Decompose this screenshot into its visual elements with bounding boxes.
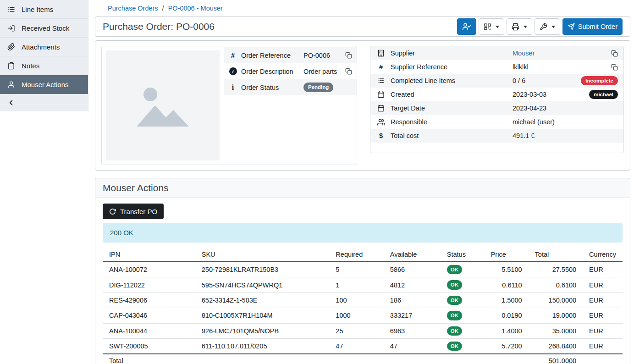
users-icon: [376, 118, 386, 126]
field-label: Supplier: [391, 50, 508, 57]
hash-icon: #: [228, 52, 237, 59]
sidebar-item-label: Received Stock: [22, 24, 69, 32]
supplier-row: Supplier Mouser: [370, 46, 623, 60]
user-permissions-button[interactable]: [457, 18, 476, 35]
breadcrumb-link-purchase-orders[interactable]: Purchase Orders: [108, 5, 158, 12]
refresh-icon: [109, 208, 116, 215]
list-icon: [7, 6, 15, 13]
copy-icon[interactable]: [611, 50, 618, 57]
field-value: PO-0006: [303, 52, 342, 59]
col-sku: SKU: [195, 249, 330, 262]
col-total: Total: [529, 249, 583, 262]
order-reference-row: # Order Reference PO-0006: [224, 47, 357, 63]
field-value: Pending: [303, 83, 352, 92]
field-value: lklklkl: [513, 63, 606, 71]
qr-code-icon: [484, 23, 491, 31]
order-image-placeholder: [106, 50, 220, 160]
print-actions-button[interactable]: [507, 18, 532, 35]
info-icon: i: [228, 83, 237, 92]
sidebar-item-label: Mouser Actions: [22, 81, 69, 88]
info-circle-icon: i: [228, 67, 237, 75]
field-label: Target Date: [391, 105, 508, 112]
responsible-row: Responsible michael (user): [370, 115, 623, 129]
table-row: CAP-043046 810-C1005X7R1H104M 1000 33321…: [103, 308, 623, 323]
user-icon: [7, 81, 15, 88]
app-root: Line Items Received Stock Attachments No…: [0, 0, 634, 364]
sidebar-collapse-button[interactable]: [0, 94, 88, 111]
order-details-section: # Order Reference PO-0006 i Order Descri…: [95, 40, 630, 171]
field-value: 2023-03-03: [513, 91, 584, 98]
wrench-icon: [540, 23, 547, 31]
field-label: Total cost: [391, 132, 508, 139]
table-row: ANA-100044 926-LMC7101QM5/NOPB 25 6963 O…: [103, 323, 623, 338]
order-actions-button[interactable]: [535, 18, 560, 35]
calendar-icon: [376, 91, 386, 98]
page-title: Purchase Order: PO-0006: [103, 21, 215, 32]
user-check-icon: [463, 22, 471, 31]
ok-badge: OK: [447, 265, 462, 274]
sign-in-icon: [7, 24, 15, 32]
col-currency: Currency: [583, 249, 623, 262]
field-value: 491.1 €: [513, 132, 618, 139]
chevron-down-icon: [524, 26, 527, 28]
status-badge: Pending: [303, 83, 333, 92]
field-label: Order Reference: [241, 52, 300, 59]
field-label: Completed Line Items: [391, 77, 508, 84]
line-items-table: IPN SKU Required Available Status Price …: [103, 249, 623, 364]
supplier-link[interactable]: Mouser: [513, 50, 535, 57]
order-description-row: i Order Description Order parts: [224, 63, 357, 79]
created-row: Created 2023-03-03 michael: [370, 88, 623, 101]
sidebar-item-received-stock[interactable]: Received Stock: [0, 19, 88, 38]
order-details-table: # Order Reference PO-0006 i Order Descri…: [224, 46, 357, 165]
copy-icon[interactable]: [611, 64, 618, 71]
mouser-actions-panel: Mouser Actions Transfer PO 200 OK: [95, 178, 630, 364]
submit-order-button[interactable]: Submit Order: [562, 18, 623, 35]
copy-icon[interactable]: [345, 68, 352, 75]
paper-plane-icon: [568, 23, 575, 30]
panel-title: Mouser Actions: [103, 182, 623, 193]
chevron-down-icon: [496, 26, 499, 28]
table-row: SWT-200005 611-110.107.011/0205 47 47 OK…: [103, 338, 623, 354]
dollar-icon: $: [376, 132, 386, 139]
supplier-details-card: Supplier Mouser # Supplier Reference lkl…: [370, 46, 624, 153]
printer-icon: [512, 23, 519, 31]
field-value: Order parts: [303, 68, 342, 75]
table-footer-row: Total 501.0000: [103, 354, 623, 364]
barcode-actions-button[interactable]: [479, 18, 504, 35]
order-details-card: # Order Reference PO-0006 i Order Descri…: [101, 46, 357, 165]
breadcrumb-separator: /: [162, 5, 164, 12]
sidebar-item-line-items[interactable]: Line Items: [0, 0, 88, 19]
page-header: Purchase Order: PO-0006: [95, 17, 630, 37]
col-available: Available: [384, 249, 441, 262]
col-required: Required: [329, 249, 383, 262]
field-label: Created: [391, 91, 508, 98]
ok-badge: OK: [447, 342, 462, 351]
completed-line-items-row: Completed Line Items 0 / 6 Incomplete: [370, 74, 623, 88]
target-date-row: Target Date 2023-04-23: [370, 101, 623, 115]
sidebar-item-label: Attachments: [22, 43, 60, 51]
status-alert: 200 OK: [103, 223, 623, 243]
ok-badge: OK: [447, 296, 462, 305]
main-content: Purchase Orders / PO-0006 - Mouser Purch…: [88, 0, 634, 364]
col-ipn: IPN: [103, 249, 195, 262]
table-row: ANA-100072 250-72981KLRATR150B3 5 5866 O…: [103, 262, 623, 277]
transfer-po-button[interactable]: Transfer PO: [103, 204, 164, 219]
field-label: Order Description: [241, 68, 300, 75]
copy-icon[interactable]: [345, 52, 352, 59]
panel-body: Transfer PO 200 OK IPN SKU Required Avai…: [95, 198, 630, 364]
ok-badge: OK: [447, 326, 462, 336]
field-value: 2023-04-23: [513, 105, 618, 112]
grand-total-value: 501.0000: [529, 354, 583, 364]
breadcrumb-link-po-0006[interactable]: PO-0006 - Mouser: [168, 5, 223, 12]
incomplete-badge: Incomplete: [581, 76, 618, 85]
sidebar-item-mouser-actions[interactable]: Mouser Actions: [0, 75, 88, 94]
sidebar: Line Items Received Stock Attachments No…: [0, 0, 88, 364]
sidebar-item-notes[interactable]: Notes: [0, 56, 88, 75]
sidebar-item-label: Notes: [22, 62, 39, 70]
list-icon: [376, 77, 386, 84]
field-value: 0 / 6: [513, 77, 576, 84]
table-header-row: IPN SKU Required Available Status Price …: [103, 249, 623, 262]
hash-icon: #: [376, 63, 386, 71]
sidebar-item-attachments[interactable]: Attachments: [0, 38, 88, 56]
field-value: michael (user): [513, 118, 618, 126]
